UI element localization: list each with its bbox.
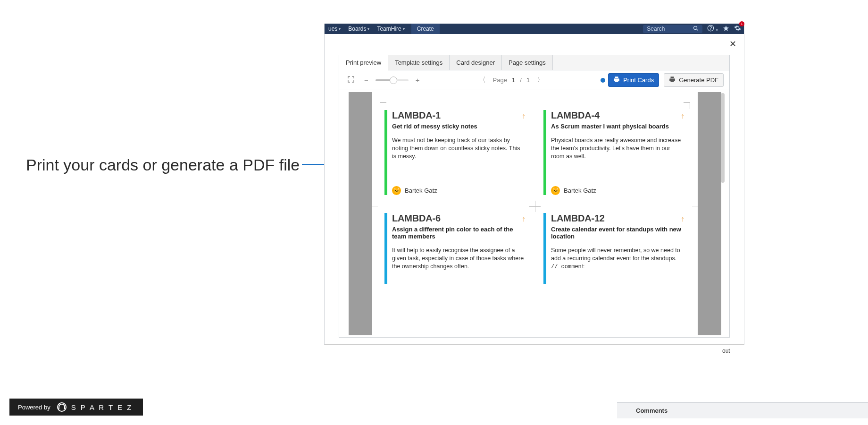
scrollbar-thumb[interactable] xyxy=(721,93,725,183)
page-label: Page xyxy=(493,76,507,84)
gear-icon[interactable]: 1 xyxy=(734,25,741,33)
priority-up-icon: ↑ xyxy=(522,215,526,223)
page-current: 1 xyxy=(512,76,515,84)
svg-marker-4 xyxy=(723,26,729,31)
card-grid: ↑ LAMBDA-1 Get rid of messy sticky notes… xyxy=(384,110,685,284)
navbar-left: ues▾ Boards▾ TeamHire▾ Create xyxy=(325,24,440,34)
preview-area: ↑ LAMBDA-1 Get rid of messy sticky notes… xyxy=(345,92,726,335)
generate-pdf-button[interactable]: Generate PDF xyxy=(664,73,724,87)
card-id: LAMBDA-6 xyxy=(392,213,526,224)
chevron-down-icon: ▾ xyxy=(339,27,341,31)
crop-mark-icon xyxy=(380,102,386,109)
modal-body: Print preview Template settings Card des… xyxy=(339,55,730,338)
create-button[interactable]: Create xyxy=(411,24,440,34)
card-id: LAMBDA-1 xyxy=(392,110,526,121)
card-lambda-12: ↑ LAMBDA-12 Create calendar event for st… xyxy=(543,213,685,284)
tab-card-designer[interactable]: Card designer xyxy=(450,55,502,70)
star-icon[interactable] xyxy=(723,25,729,33)
powered-by-badge: Powered by S P A R T E Z xyxy=(9,399,143,416)
generate-pdf-label: Generate PDF xyxy=(679,76,718,84)
page-total: 1 xyxy=(526,76,530,84)
priority-up-icon: ↑ xyxy=(522,112,526,120)
card-title: As Scrum master I want physical boards xyxy=(551,123,684,130)
vertical-scrollbar[interactable] xyxy=(721,92,726,335)
zoom-in-button[interactable]: + xyxy=(413,75,422,85)
card-desc: Some people will never remember, so we n… xyxy=(551,246,684,271)
card-code: // comment xyxy=(551,264,585,270)
card-id: LAMBDA-12 xyxy=(551,213,684,224)
chevron-down-icon: ▾ xyxy=(403,27,405,31)
printer-icon xyxy=(613,76,620,84)
printer-icon xyxy=(669,76,676,84)
callout-dot xyxy=(601,78,605,83)
card-lambda-1: ↑ LAMBDA-1 Get rid of messy sticky notes… xyxy=(384,110,526,195)
chevron-down-icon: ▾ xyxy=(367,27,369,31)
priority-up-icon: ↑ xyxy=(681,112,684,120)
notification-badge: 1 xyxy=(739,21,744,26)
search-input[interactable]: Search xyxy=(643,25,702,33)
fullscreen-icon[interactable] xyxy=(345,74,357,86)
zoom-slider[interactable] xyxy=(376,79,409,81)
page-navigator: 〈 Page 1 / 1 〉 xyxy=(476,74,546,86)
preview-page: ↑ LAMBDA-1 Get rid of messy sticky notes… xyxy=(372,92,698,335)
card-title: Create calendar event for standups with … xyxy=(551,226,684,240)
card-assignee: 🐱 Bartek Gatz xyxy=(551,186,596,195)
modal-tabs: Print preview Template settings Card des… xyxy=(339,55,729,70)
card-assignee: 🐱 Bartek Gatz xyxy=(392,186,437,195)
tab-page-settings[interactable]: Page settings xyxy=(502,55,553,70)
powered-by-brand: S P A R T E Z xyxy=(71,403,133,411)
card-title: Get rid of messy sticky notes xyxy=(392,123,526,130)
help-icon[interactable]: ▾ xyxy=(707,25,718,33)
svg-point-0 xyxy=(694,26,697,29)
jira-navbar: ues▾ Boards▾ TeamHire▾ Create Search ▾ 1 xyxy=(325,24,744,34)
card-lambda-6: ↑ LAMBDA-6 Assign a different pin color … xyxy=(384,213,526,284)
card-desc: It will help to easily recognise the ass… xyxy=(392,246,526,271)
tab-template-settings[interactable]: Template settings xyxy=(388,55,450,70)
preview-canvas[interactable]: ↑ LAMBDA-1 Get rid of messy sticky notes… xyxy=(349,92,721,335)
powered-by-prefix: Powered by xyxy=(18,404,50,411)
card-title: Assign a different pin color to each of … xyxy=(392,226,526,240)
card-desc: Physical boards are really awesome and i… xyxy=(551,136,684,161)
print-modal: ✕ Print preview Template settings Card d… xyxy=(325,34,744,345)
marketing-caption: Print your cards or generate a PDF file xyxy=(26,156,300,174)
crop-mark-icon xyxy=(372,206,378,206)
card-desc: We must not be keeping track of our task… xyxy=(392,136,526,161)
avatar-icon: 🐱 xyxy=(392,186,401,195)
screenshot-window: ues▾ Boards▾ TeamHire▾ Create Search ▾ 1 xyxy=(324,24,744,345)
nav-item-teamhire[interactable]: TeamHire▾ xyxy=(373,24,408,34)
card-id: LAMBDA-4 xyxy=(551,110,684,121)
crop-mark-icon xyxy=(692,206,698,206)
crop-mark-icon xyxy=(684,102,690,109)
preview-toolbar: − + 〈 Page 1 / 1 〉 Pri xyxy=(339,70,729,90)
svg-point-3 xyxy=(711,30,711,30)
prev-page-button[interactable]: 〈 xyxy=(476,74,488,86)
tab-print-preview[interactable]: Print preview xyxy=(339,55,388,70)
zoom-out-button[interactable]: − xyxy=(362,75,371,85)
nav-item-issues[interactable]: ues▾ xyxy=(325,24,344,34)
priority-up-icon: ↑ xyxy=(681,215,684,223)
card-lambda-4: ↑ LAMBDA-4 As Scrum master I want physic… xyxy=(543,110,685,195)
next-page-button[interactable]: 〉 xyxy=(534,74,546,86)
chevron-down-icon: ▾ xyxy=(716,28,718,32)
svg-line-1 xyxy=(697,29,698,30)
close-icon[interactable]: ✕ xyxy=(729,39,736,49)
nav-item-boards[interactable]: Boards▾ xyxy=(344,24,373,34)
navbar-right: Search ▾ 1 xyxy=(643,24,741,34)
comments-section-header[interactable]: Comments xyxy=(617,402,868,418)
search-icon xyxy=(693,26,699,33)
crop-cross-icon xyxy=(529,201,541,212)
print-cards-label: Print Cards xyxy=(623,76,654,84)
search-placeholder: Search xyxy=(647,26,665,32)
spartez-logo-icon xyxy=(57,402,67,412)
print-cards-button[interactable]: Print Cards xyxy=(608,73,659,87)
avatar-icon: 🐱 xyxy=(551,186,560,195)
page-separator: / xyxy=(520,76,522,84)
